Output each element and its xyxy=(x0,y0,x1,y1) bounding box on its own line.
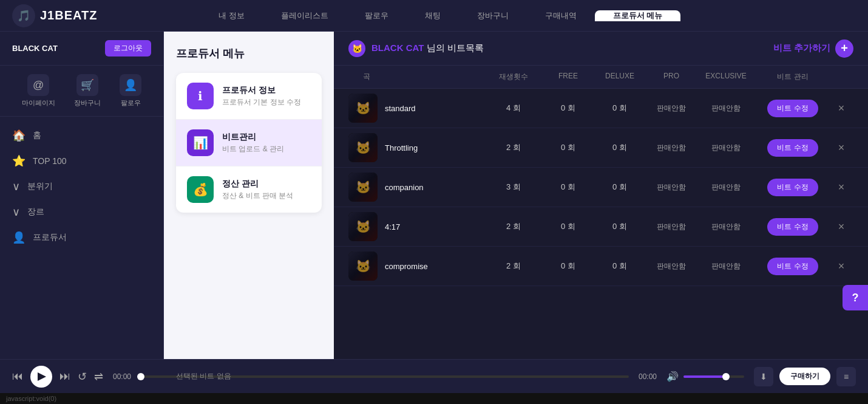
table-row: Throttling 2 회 0 회 0 회 판매안함 판매안함 비트 수정 × xyxy=(334,128,868,168)
sidebar-item-mood[interactable]: ∨ 분위기 xyxy=(0,174,163,199)
mypage-label: 마이페이지 xyxy=(22,98,55,108)
volume-knob[interactable] xyxy=(722,373,730,380)
help-bubble[interactable]: ? xyxy=(843,285,868,310)
table-row: 4:17 2 회 0 회 0 회 판매안함 판매안함 비트 수정 × xyxy=(334,207,868,247)
col-name xyxy=(385,72,483,82)
sidebar-item-producer[interactable]: 👤 프로듀서 xyxy=(0,225,163,250)
nav-myinfo[interactable]: 내 정보 xyxy=(200,10,263,21)
beat-list-username: BLACK CAT 님의 비트목록 xyxy=(371,43,484,54)
buy-button[interactable]: 구매하기 xyxy=(779,368,830,385)
logo-symbol: 🎵 xyxy=(17,9,30,22)
download-button[interactable]: ⬇ xyxy=(754,367,773,386)
logout-button[interactable]: 로그아웃 xyxy=(105,40,151,56)
beat-deluxe-0: 0 회 xyxy=(592,103,647,114)
beat-name-4: compromise xyxy=(385,262,483,271)
beat-delete-cell-0: × xyxy=(829,102,853,115)
menu-item-settlement[interactable]: 💰 정산 관리 정산 & 비트 판매 분석 xyxy=(176,166,322,213)
player-menu-button[interactable]: ≡ xyxy=(836,367,856,386)
nav-playlist[interactable]: 플레이리스트 xyxy=(263,10,347,21)
table-row: companion 3 회 0 회 0 회 판매안함 판매안함 비트 수정 × xyxy=(334,168,868,207)
volume-bar[interactable] xyxy=(683,375,744,378)
prev-button[interactable]: ⏮ xyxy=(12,370,23,383)
menu-item-info-text: 프로듀서 정보 프로듀서 기본 정보 수정 xyxy=(222,85,301,108)
beat-exclusive-1: 판매안함 xyxy=(696,143,756,153)
nav-chat[interactable]: 채팅 xyxy=(407,10,459,21)
beat-delete-button-1[interactable]: × xyxy=(838,142,845,154)
beat-edit-button-2[interactable]: 비트 수정 xyxy=(767,179,818,196)
menu-item-beat-label: 비트관리 xyxy=(222,132,284,143)
beat-mgmt-icon: 📊 xyxy=(187,129,214,156)
sidebar-user-area: BLACK CAT 로그아웃 xyxy=(0,32,163,66)
beat-delete-cell-1: × xyxy=(829,142,853,154)
mood-label: 분위기 xyxy=(27,181,53,192)
col-delete xyxy=(829,72,853,82)
sidebar-icon-mypage[interactable]: @ 마이페이지 xyxy=(22,74,55,108)
beat-edit-button-4[interactable]: 비트 수정 xyxy=(767,258,818,275)
content-area: 프로듀서 메뉴 ℹ 프로듀서 정보 프로듀서 기본 정보 수정 📊 비트관리 비… xyxy=(164,32,868,359)
beat-thumbnail-1 xyxy=(348,133,385,162)
menu-item-producer-info[interactable]: ℹ 프로듀서 정보 프로듀서 기본 정보 수정 xyxy=(176,73,322,120)
beat-deluxe-1: 0 회 xyxy=(592,142,647,153)
nav-cart[interactable]: 장바구니 xyxy=(459,10,527,21)
beat-delete-cell-4: × xyxy=(829,260,853,273)
beat-delete-button-0[interactable]: × xyxy=(838,102,845,115)
sidebar-icon-follow[interactable]: 👤 팔로우 xyxy=(120,74,141,108)
menu-item-settlement-label: 정산 관리 xyxy=(222,179,293,190)
beat-table-header: 곡 재생횟수 FREE DELUXE PRO EXCLUSIVE 비트 관리 xyxy=(334,66,868,89)
sidebar-item-genre[interactable]: ∨ 장르 xyxy=(0,199,163,225)
beat-thumbnail-4 xyxy=(348,252,385,281)
sidebar-quick-icons: @ 마이페이지 🛒 장바구니 👤 팔로우 xyxy=(0,66,163,117)
no-beat-selected-label: 선택된 비트 없음 xyxy=(176,371,231,382)
nav-purchases[interactable]: 구매내역 xyxy=(527,10,595,21)
beat-edit-button-1[interactable]: 비트 수정 xyxy=(767,139,818,157)
genre-left: ∨ 장르 xyxy=(12,205,44,219)
beat-plays-4: 2 회 xyxy=(483,261,544,272)
sidebar-item-home[interactable]: 🏠 홈 xyxy=(0,123,163,148)
col-beat-manage: 비트 관리 xyxy=(756,72,829,82)
repeat-button[interactable]: ↺ xyxy=(78,370,87,383)
beat-edit-button-3[interactable]: 비트 수정 xyxy=(767,218,818,236)
beat-pro-1: 판매안함 xyxy=(647,143,696,153)
table-row: compromise 2 회 0 회 0 회 판매안함 판매안함 비트 수정 × xyxy=(334,247,868,286)
menu-item-beat-management[interactable]: 📊 비트관리 비트 업로드 & 관리 xyxy=(176,120,322,166)
nav-producer-menu[interactable]: 프로듀서 메뉴 xyxy=(595,10,681,21)
beat-edit-cell-3: 비트 수정 xyxy=(756,218,829,236)
cart-icon: 🛒 xyxy=(76,74,98,96)
beat-edit-cell-1: 비트 수정 xyxy=(756,139,829,157)
beat-deluxe-4: 0 회 xyxy=(592,261,647,272)
beat-thumbnail-3 xyxy=(348,212,385,241)
nav-follow[interactable]: 팔로우 xyxy=(347,10,407,21)
plus-circle-icon: + xyxy=(835,39,853,58)
time-current: 00:00 xyxy=(113,372,131,381)
beat-delete-cell-2: × xyxy=(829,181,853,194)
beat-plays-2: 3 회 xyxy=(483,182,544,193)
beat-list-body: standard 4 회 0 회 0 회 판매안함 판매안함 비트 수정 × T… xyxy=(334,89,868,359)
cat-avatar-icon: 🐱 xyxy=(348,40,365,57)
col-deluxe: DELUXE xyxy=(592,72,647,82)
shuffle-button[interactable]: ⇌ xyxy=(94,370,103,383)
next-button[interactable]: ⏭ xyxy=(59,370,70,383)
brand-logo-area: 🎵 J1BEATZ xyxy=(12,4,176,27)
top-navigation: 🎵 J1BEATZ 내 정보 플레이리스트 팔로우 채팅 장바구니 구매내역 프… xyxy=(0,0,868,32)
beat-delete-button-3[interactable]: × xyxy=(838,221,845,233)
sidebar-item-top100[interactable]: ⭐ TOP 100 xyxy=(0,148,163,174)
beat-delete-button-4[interactable]: × xyxy=(838,260,845,273)
home-label: 홈 xyxy=(33,130,41,141)
beat-plays-1: 2 회 xyxy=(483,142,544,153)
beat-exclusive-4: 판매안함 xyxy=(696,261,756,272)
beat-edit-button-0[interactable]: 비트 수정 xyxy=(767,100,818,117)
menu-item-beat-sublabel: 비트 업로드 & 관리 xyxy=(222,144,284,154)
add-beat-button[interactable]: 비트 추가하기 + xyxy=(773,39,853,58)
beat-pro-0: 판매안함 xyxy=(647,103,696,114)
progress-knob[interactable] xyxy=(137,373,144,380)
mood-icon: ∨ xyxy=(12,180,20,193)
beat-exclusive-0: 판매안함 xyxy=(696,103,756,114)
beat-name-3: 4:17 xyxy=(385,222,483,231)
beat-deluxe-2: 0 회 xyxy=(592,182,647,193)
beat-free-1: 0 회 xyxy=(544,142,592,153)
sidebar-icon-cart[interactable]: 🛒 장바구니 xyxy=(74,74,101,108)
beat-delete-button-2[interactable]: × xyxy=(838,181,845,194)
beat-pro-3: 판매안함 xyxy=(647,222,696,232)
follow-label: 팔로우 xyxy=(121,98,141,108)
play-button[interactable] xyxy=(30,366,52,388)
